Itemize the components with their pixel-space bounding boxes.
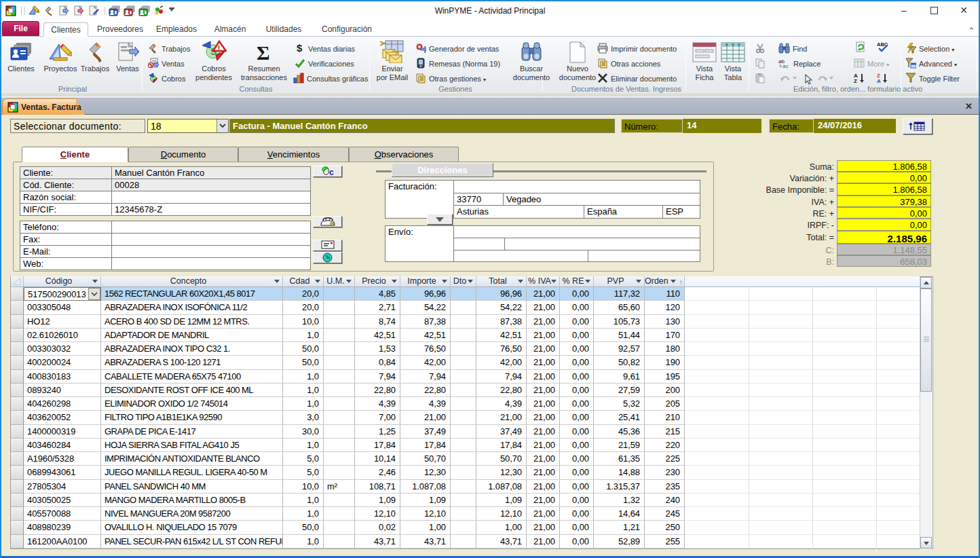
svg-text:A: A bbox=[877, 78, 881, 83]
svg-text:ac: ac bbox=[783, 63, 788, 69]
svg-text:?: ? bbox=[150, 63, 153, 68]
svg-text:$: $ bbox=[297, 43, 303, 54]
svg-text:c: c bbox=[329, 168, 334, 176]
svg-text:Z: Z bbox=[854, 78, 857, 83]
svg-text:!: ! bbox=[218, 44, 220, 51]
svg-text:Σ: Σ bbox=[257, 41, 270, 63]
